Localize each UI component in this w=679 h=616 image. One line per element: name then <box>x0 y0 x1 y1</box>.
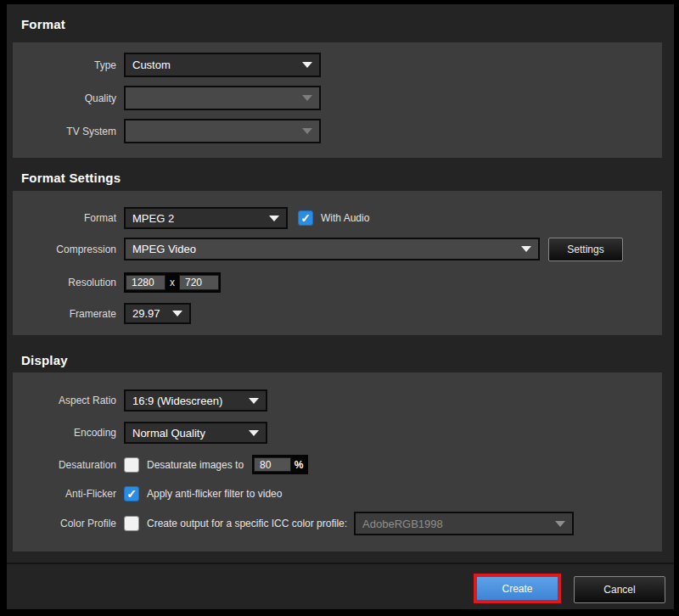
encoding-row: Encoding Normal Quality <box>13 422 662 444</box>
format-dropdown-value: MPEG 2 <box>132 212 174 225</box>
resolution-row: Resolution x <box>13 272 662 293</box>
compression-row: Compression MPEG Video Settings <box>13 238 662 260</box>
color-profile-label: Color Profile <box>13 518 116 529</box>
display-panel: Aspect Ratio 16:9 (Widescreen) Encoding … <box>13 372 662 552</box>
with-audio-label: With Audio <box>321 212 369 224</box>
format-settings-panel: Format MPEG 2 ✓ With Audio Compression M… <box>13 191 662 335</box>
resolution-width-input[interactable] <box>126 275 166 290</box>
color-profile-dropdown: AdobeRGB1998 <box>354 512 574 535</box>
format-dropdown[interactable]: MPEG 2 <box>124 207 288 229</box>
desaturation-label: Desaturation <box>13 459 116 471</box>
framerate-label: Framerate <box>13 308 116 320</box>
anti-flicker-row: Anti-Flicker ✓ Apply anti-flicker filter… <box>13 485 662 501</box>
chevron-down-icon <box>302 62 312 68</box>
checkmark-icon: ✓ <box>126 488 137 500</box>
chevron-down-icon <box>302 95 312 101</box>
chevron-down-icon <box>555 521 565 527</box>
quality-dropdown <box>124 86 321 110</box>
chevron-down-icon <box>249 430 259 436</box>
type-label: Type <box>13 59 116 71</box>
aspect-ratio-label: Aspect Ratio <box>13 395 116 406</box>
display-section-heading: Display <box>21 353 68 367</box>
chevron-down-icon <box>521 246 531 252</box>
settings-button[interactable]: Settings <box>548 238 623 261</box>
percent-label: % <box>291 459 306 471</box>
encoding-label: Encoding <box>13 427 116 439</box>
type-dropdown[interactable]: Custom <box>124 53 321 77</box>
chevron-down-icon <box>172 311 182 316</box>
color-profile-checkbox[interactable] <box>124 516 139 531</box>
create-button[interactable]: Create <box>477 577 558 600</box>
anti-flicker-label: Anti-Flicker <box>13 488 116 500</box>
anti-flicker-checkbox[interactable]: ✓ <box>124 486 139 501</box>
chevron-down-icon <box>302 128 312 134</box>
chevron-down-icon <box>269 216 279 221</box>
color-profile-dropdown-value: AdobeRGB1998 <box>362 518 443 530</box>
tv-system-label: TV System <box>13 126 116 137</box>
framerate-row: Framerate 29.97 <box>13 303 662 324</box>
format-panel: Type Custom Quality TV System <box>13 42 662 158</box>
create-button-highlight: Create <box>474 574 561 603</box>
tv-system-dropdown <box>124 119 321 143</box>
resolution-label: Resolution <box>13 277 116 288</box>
encoding-dropdown-value: Normal Quality <box>132 427 205 440</box>
aspect-ratio-dropdown-value: 16:9 (Widescreen) <box>132 395 222 407</box>
chevron-down-icon <box>249 398 259 404</box>
aspect-ratio-dropdown[interactable]: 16:9 (Widescreen) <box>124 389 267 412</box>
quality-label: Quality <box>13 92 116 104</box>
resolution-group: x <box>124 272 221 293</box>
desaturation-row: Desaturation Desaturate images to % <box>13 455 662 474</box>
desaturate-images-label: Desaturate images to <box>147 459 244 471</box>
export-dialog: { "icons": { "checkmark": "\u2713", "che… <box>0 0 679 616</box>
quality-row: Quality <box>13 86 662 110</box>
framerate-dropdown-value: 29.97 <box>132 307 160 320</box>
aspect-ratio-row: Aspect Ratio 16:9 (Widescreen) <box>13 389 662 412</box>
encoding-dropdown[interactable]: Normal Quality <box>124 422 267 444</box>
compression-label: Compression <box>13 244 116 255</box>
cancel-button[interactable]: Cancel <box>574 576 665 603</box>
resolution-height-input[interactable] <box>179 275 219 290</box>
format-label: Format <box>13 212 116 224</box>
color-profile-text: Create output for a specific ICC color p… <box>147 518 347 529</box>
compression-dropdown[interactable]: MPEG Video <box>124 238 540 260</box>
footer-separator <box>7 563 674 564</box>
desaturate-value-group: % <box>252 455 308 474</box>
format-row: Format MPEG 2 ✓ With Audio <box>13 207 662 229</box>
format-settings-section-heading: Format Settings <box>21 171 121 185</box>
framerate-dropdown[interactable]: 29.97 <box>124 303 191 324</box>
desaturation-checkbox[interactable] <box>124 457 139 473</box>
with-audio-checkbox[interactable]: ✓ <box>298 210 313 226</box>
resolution-x-separator: x <box>166 277 179 288</box>
type-dropdown-value: Custom <box>132 59 171 71</box>
compression-dropdown-value: MPEG Video <box>132 243 196 255</box>
format-section-heading: Format <box>21 17 65 31</box>
checkmark-icon: ✓ <box>300 212 311 224</box>
anti-flicker-text: Apply anti-flicker filter to video <box>147 488 282 500</box>
desaturate-value-input[interactable] <box>254 457 291 472</box>
color-profile-row: Color Profile Create output for a specif… <box>13 512 662 535</box>
tv-system-row: TV System <box>13 119 662 143</box>
dialog: Format Type Custom Quality TV System For… <box>7 4 674 609</box>
type-row: Type Custom <box>13 53 662 77</box>
